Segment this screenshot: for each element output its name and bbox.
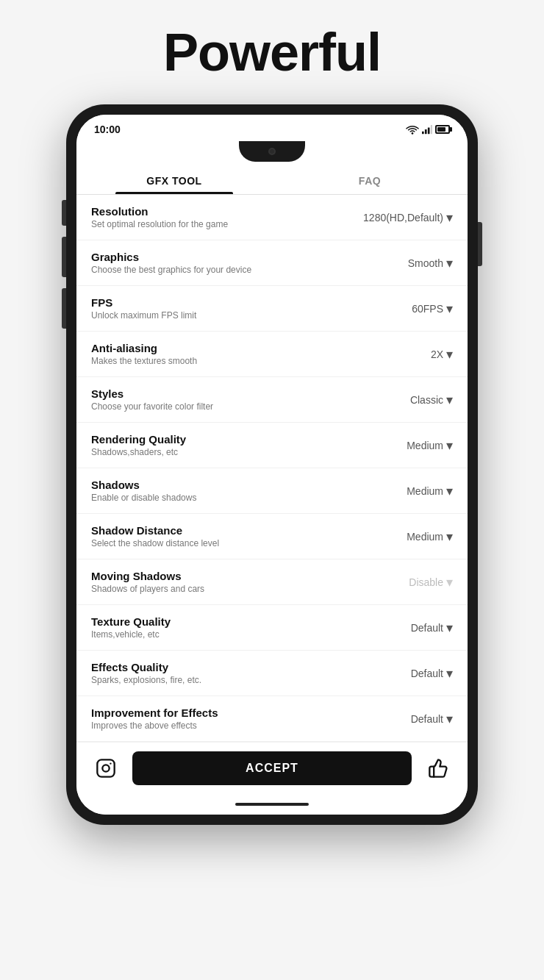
- notch: [239, 141, 305, 162]
- svg-point-7: [110, 762, 111, 764]
- setting-control-graphics[interactable]: Smooth▾: [379, 257, 453, 270]
- setting-row-moving-shadows[interactable]: Moving ShadowsShadows of players and car…: [76, 559, 468, 605]
- volume-silent-button: [62, 200, 66, 226]
- status-icons: [406, 124, 450, 135]
- setting-control-fps[interactable]: 60FPS▾: [379, 302, 453, 315]
- home-indicator: [76, 797, 468, 815]
- power-button: [478, 222, 482, 266]
- setting-desc-styles: Choose your favorite color filter: [91, 401, 372, 412]
- home-bar: [235, 803, 309, 806]
- setting-info-fps: FPSUnlock maximum FPS limit: [91, 296, 379, 321]
- setting-desc-shadow-distance: Select the shadow distance level: [91, 538, 372, 548]
- tab-gfx-tool[interactable]: GFX TOOL: [76, 165, 272, 194]
- setting-desc-moving-shadows: Shadows of players and cars: [91, 584, 372, 594]
- setting-value-texture-quality: Default: [411, 622, 443, 634]
- wifi-icon: [406, 124, 419, 135]
- setting-desc-graphics: Choose the best graphics for your device: [91, 265, 372, 275]
- battery-icon: [435, 125, 450, 134]
- setting-row-resolution[interactable]: ResolutionSet optimal resolution for the…: [76, 195, 468, 240]
- setting-row-graphics[interactable]: GraphicsChoose the best graphics for you…: [76, 240, 468, 286]
- setting-control-shadow-distance[interactable]: Medium▾: [379, 530, 453, 543]
- setting-label-texture-quality: Texture Quality: [91, 615, 372, 628]
- setting-row-fps[interactable]: FPSUnlock maximum FPS limit60FPS▾: [76, 286, 468, 332]
- setting-value-shadows: Medium: [407, 485, 443, 497]
- setting-desc-anti-aliasing: Makes the textures smooth: [91, 356, 372, 366]
- dropdown-arrow-improvement-effects: ▾: [446, 712, 453, 726]
- setting-label-rendering-quality: Rendering Quality: [91, 433, 372, 446]
- setting-control-styles[interactable]: Classic▾: [379, 393, 453, 407]
- setting-value-anti-aliasing: 2X: [431, 348, 443, 360]
- setting-control-anti-aliasing[interactable]: 2X▾: [379, 348, 453, 361]
- svg-point-0: [412, 132, 414, 135]
- svg-point-6: [102, 765, 109, 771]
- setting-row-shadows[interactable]: ShadowsEnable or disable shadowsMedium▾: [76, 468, 468, 514]
- setting-row-texture-quality[interactable]: Texture QualityItems,vehicle, etcDefault…: [76, 605, 468, 651]
- dropdown-arrow-texture-quality: ▾: [446, 621, 453, 634]
- setting-desc-effects-quality: Sparks, explosions, fire, etc.: [91, 675, 372, 685]
- settings-list: ResolutionSet optimal resolution for the…: [76, 195, 468, 742]
- dropdown-arrow-shadow-distance: ▾: [446, 530, 453, 543]
- svg-rect-5: [97, 759, 114, 776]
- dropdown-arrow-shadows: ▾: [446, 484, 453, 498]
- setting-value-moving-shadows: Disable: [409, 576, 443, 588]
- instagram-button[interactable]: [91, 754, 121, 783]
- status-bar: 10:00: [76, 115, 468, 141]
- setting-desc-texture-quality: Items,vehicle, etc: [91, 629, 372, 640]
- setting-control-improvement-effects[interactable]: Default▾: [379, 712, 453, 726]
- setting-info-styles: StylesChoose your favorite color filter: [91, 387, 379, 412]
- setting-row-shadow-distance[interactable]: Shadow DistanceSelect the shadow distanc…: [76, 514, 468, 559]
- setting-row-effects-quality[interactable]: Effects QualitySparks, explosions, fire,…: [76, 651, 468, 696]
- volume-down-button: [62, 288, 66, 329]
- setting-value-styles: Classic: [410, 394, 443, 406]
- dropdown-arrow-anti-aliasing: ▾: [446, 348, 453, 361]
- setting-info-texture-quality: Texture QualityItems,vehicle, etc: [91, 615, 379, 640]
- setting-label-shadow-distance: Shadow Distance: [91, 524, 372, 537]
- setting-row-anti-aliasing[interactable]: Anti-aliasingMakes the textures smooth2X…: [76, 332, 468, 377]
- tab-faq[interactable]: FAQ: [272, 165, 468, 194]
- status-time: 10:00: [94, 124, 121, 135]
- bottom-bar: ACCEPT: [76, 742, 468, 797]
- setting-label-shadows: Shadows: [91, 479, 372, 491]
- setting-row-styles[interactable]: StylesChoose your favorite color filterC…: [76, 377, 468, 423]
- setting-label-improvement-effects: Improvement for Effects: [91, 707, 372, 719]
- setting-row-rendering-quality[interactable]: Rendering QualityShadows,shaders, etcMed…: [76, 423, 468, 468]
- setting-value-improvement-effects: Default: [411, 713, 443, 725]
- dropdown-arrow-rendering-quality: ▾: [446, 439, 453, 452]
- setting-control-rendering-quality[interactable]: Medium▾: [379, 439, 453, 452]
- setting-info-shadow-distance: Shadow DistanceSelect the shadow distanc…: [91, 524, 379, 548]
- dropdown-arrow-resolution: ▾: [446, 211, 453, 224]
- setting-label-effects-quality: Effects Quality: [91, 661, 372, 673]
- setting-desc-fps: Unlock maximum FPS limit: [91, 310, 372, 321]
- setting-info-effects-quality: Effects QualitySparks, explosions, fire,…: [91, 661, 379, 685]
- setting-row-improvement-effects[interactable]: Improvement for EffectsImproves the abov…: [76, 696, 468, 742]
- setting-control-texture-quality[interactable]: Default▾: [379, 621, 453, 634]
- like-button[interactable]: [423, 754, 453, 783]
- setting-label-graphics: Graphics: [91, 251, 372, 263]
- setting-label-fps: FPS: [91, 296, 372, 309]
- dropdown-arrow-graphics: ▾: [446, 257, 453, 270]
- setting-value-rendering-quality: Medium: [407, 440, 443, 451]
- setting-info-improvement-effects: Improvement for EffectsImproves the abov…: [91, 707, 379, 731]
- svg-rect-4: [431, 125, 432, 134]
- setting-desc-shadows: Enable or disable shadows: [91, 493, 372, 503]
- phone-screen: 10:00: [76, 115, 468, 815]
- dropdown-arrow-fps: ▾: [446, 302, 453, 315]
- setting-info-moving-shadows: Moving ShadowsShadows of players and car…: [91, 570, 379, 594]
- setting-label-styles: Styles: [91, 387, 372, 400]
- setting-control-resolution[interactable]: 1280(HD,Default)▾: [363, 211, 453, 224]
- setting-control-shadows[interactable]: Medium▾: [379, 484, 453, 498]
- page-title: Powerful: [163, 22, 381, 82]
- svg-rect-2: [425, 129, 427, 134]
- setting-info-anti-aliasing: Anti-aliasingMakes the textures smooth: [91, 342, 379, 366]
- setting-control-effects-quality[interactable]: Default▾: [379, 667, 453, 680]
- accept-button[interactable]: ACCEPT: [132, 751, 412, 785]
- setting-control-moving-shadows[interactable]: Disable▾: [379, 576, 453, 589]
- setting-info-rendering-quality: Rendering QualityShadows,shaders, etc: [91, 433, 379, 457]
- dropdown-arrow-moving-shadows: ▾: [446, 576, 453, 589]
- tab-bar: GFX TOOL FAQ: [76, 165, 468, 195]
- setting-value-shadow-distance: Medium: [407, 531, 443, 543]
- setting-value-resolution: 1280(HD,Default): [363, 212, 443, 223]
- phone-frame: 10:00: [66, 104, 478, 825]
- setting-value-effects-quality: Default: [411, 668, 443, 679]
- dropdown-arrow-effects-quality: ▾: [446, 667, 453, 680]
